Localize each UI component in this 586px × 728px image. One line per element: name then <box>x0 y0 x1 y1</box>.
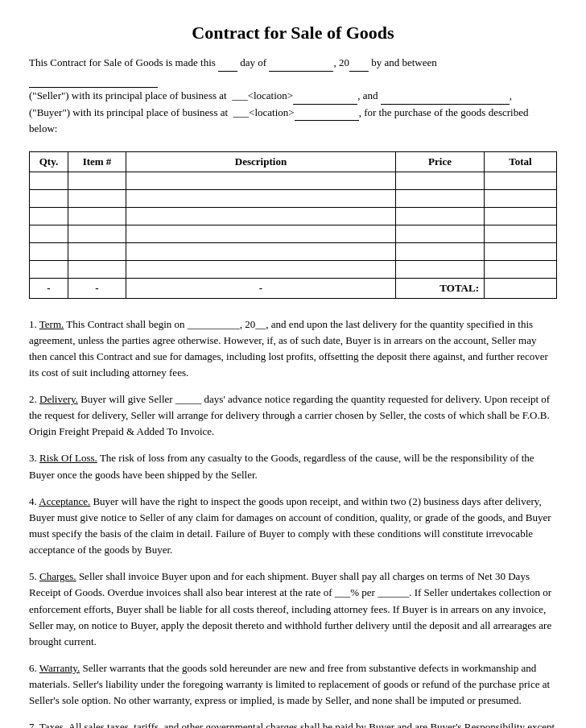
table-row <box>30 242 557 260</box>
section-label: Term. <box>39 318 64 330</box>
section-text: All sales taxes, tariffs, and other gove… <box>29 721 555 728</box>
by-between: by and between <box>371 56 437 68</box>
cell-total <box>485 172 557 189</box>
section-5: 5. Charges. Seller shall invoice Buyer u… <box>29 569 557 650</box>
section-num: 4. <box>29 495 37 507</box>
cell-qty <box>30 207 68 225</box>
seller-loc-blank <box>293 88 357 105</box>
cell-price <box>396 242 485 260</box>
cell-total <box>485 189 557 207</box>
cell-price <box>396 172 485 189</box>
col-header-price: Price <box>396 151 485 172</box>
section-num: 1. <box>29 318 37 330</box>
cell-total <box>485 260 557 278</box>
seller-label: ("Seller") with its principal place of b… <box>29 89 227 101</box>
goods-table: Qty. Item # Description Price Total <box>29 151 557 299</box>
cell-price <box>396 207 485 225</box>
section-6: 6. Warranty. Seller warrants that the go… <box>29 660 557 709</box>
buyer-loc-blank <box>295 105 359 122</box>
section-label: Charges. <box>39 570 76 582</box>
section-4: 4. Acceptance. Buyer will have the right… <box>29 494 557 559</box>
cell-total <box>485 242 557 260</box>
date-blank <box>269 55 333 72</box>
cell-desc <box>126 260 396 278</box>
cell-total <box>485 225 557 242</box>
cell-desc <box>126 172 396 189</box>
total-item: - <box>68 278 126 298</box>
buyer-label: ("Buyer") with its principal place of bu… <box>29 106 228 118</box>
section-1: 1. Term. This Contract shall begin on __… <box>29 316 557 382</box>
col-header-desc: Description <box>126 151 396 172</box>
section-text: Buyer will give Seller _____ days' advan… <box>29 393 550 437</box>
seller-blank <box>29 72 158 89</box>
cell-desc <box>126 207 396 225</box>
section-text: Seller warrants that the goods sold here… <box>29 662 550 706</box>
table-row <box>30 189 557 207</box>
total-desc: - <box>126 278 396 298</box>
col-header-item: Item # <box>68 151 126 172</box>
cell-item <box>68 225 126 242</box>
section-num: 3. <box>29 452 37 464</box>
table-total-row: - - - TOTAL: <box>30 278 557 298</box>
cell-price <box>396 189 485 207</box>
table-header-row: Qty. Item # Description Price Total <box>30 151 557 172</box>
cell-qty <box>30 242 68 260</box>
cell-desc <box>126 225 396 242</box>
page-title: Contract for Sale of Goods <box>29 23 557 43</box>
table-row <box>30 225 557 242</box>
cell-item <box>68 207 126 225</box>
section-7: 7. Taxes. All sales taxes, tariffs, and … <box>29 719 557 728</box>
table-row <box>30 260 557 278</box>
intro-line1: This Contract for Sale of Goods is made … <box>29 56 216 68</box>
cell-desc <box>126 242 396 260</box>
section-num: 7. <box>29 721 37 728</box>
section-text: This Contract shall begin on __________,… <box>29 318 548 378</box>
year-blank <box>349 55 369 72</box>
cell-item <box>68 189 126 207</box>
col-header-qty: Qty. <box>30 151 68 172</box>
section-text: The risk of loss from any casualty to th… <box>29 452 534 480</box>
section-num: 5. <box>29 570 37 582</box>
cell-item <box>68 172 126 189</box>
seller2-blank <box>381 88 510 105</box>
cell-qty <box>30 225 68 242</box>
section-3: 3. Risk Of Loss. The risk of loss from a… <box>29 450 557 482</box>
section-label: Acceptance. <box>39 495 90 507</box>
total-qty: - <box>30 278 68 298</box>
section-label: Risk Of Loss. <box>39 452 97 464</box>
section-text: Buyer will have the right to inspect the… <box>29 495 551 556</box>
cell-desc <box>126 189 396 207</box>
cell-total <box>485 207 557 225</box>
cell-qty <box>30 172 68 189</box>
sections-container: 1. Term. This Contract shall begin on __… <box>29 316 557 729</box>
cell-qty <box>30 260 68 278</box>
cell-item <box>68 260 126 278</box>
table-row <box>30 172 557 189</box>
section-text: Seller shall invoice Buyer upon and for … <box>29 570 551 647</box>
section-label: Taxes. <box>39 721 66 728</box>
table-row <box>30 207 557 225</box>
section-num: 6. <box>29 662 37 674</box>
intro-paragraph: This Contract for Sale of Goods is made … <box>29 55 557 137</box>
section-label: Delivery. <box>39 393 78 405</box>
col-header-total: Total <box>485 151 557 172</box>
cell-item <box>68 242 126 260</box>
section-2: 2. Delivery. Buyer will give Seller ____… <box>29 391 557 440</box>
day-blank <box>218 55 237 72</box>
total-label: TOTAL: <box>396 278 485 298</box>
cell-qty <box>30 189 68 207</box>
cell-price <box>396 225 485 242</box>
cell-price <box>396 260 485 278</box>
day-of: day of <box>240 56 266 68</box>
section-num: 2. <box>29 393 37 405</box>
total-value <box>485 278 557 298</box>
section-label: Warranty. <box>39 662 80 674</box>
